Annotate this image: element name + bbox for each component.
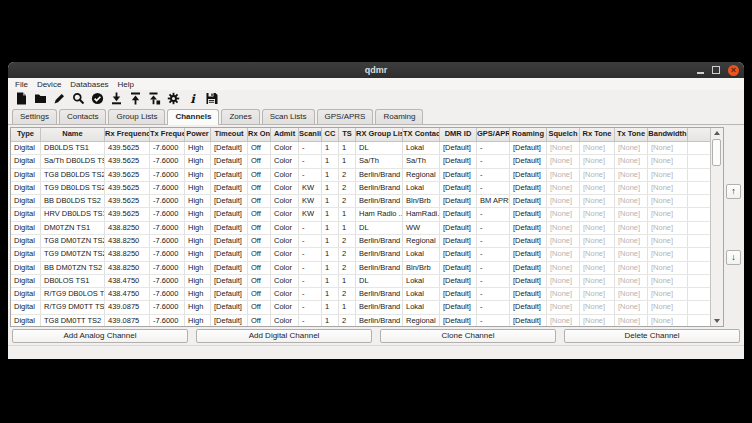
cell-roaming[interactable]: [Default] bbox=[510, 315, 547, 327]
cell-bandwidth[interactable]: [None] bbox=[648, 142, 688, 154]
cell-tx-frequency[interactable]: -7.6000 bbox=[150, 235, 185, 247]
col-header-timeout[interactable]: Timeout bbox=[211, 128, 248, 141]
cell-gps-aprs[interactable]: - bbox=[477, 262, 510, 274]
cell-admit[interactable]: Color bbox=[271, 235, 299, 247]
cell-rx-tone[interactable]: [None] bbox=[580, 288, 615, 300]
cell-rx-only[interactable]: Off bbox=[248, 262, 271, 274]
cell-tx-tone[interactable]: [None] bbox=[615, 262, 648, 274]
cell-gps-aprs[interactable]: - bbox=[477, 182, 510, 194]
cell-squelch[interactable]: [None] bbox=[547, 315, 580, 327]
cell-tx-frequency[interactable]: -7.6000 bbox=[150, 222, 185, 234]
menu-help[interactable]: Help bbox=[118, 80, 140, 89]
cell-timeout[interactable]: [Default] bbox=[211, 262, 248, 274]
cell-roaming[interactable]: [Default] bbox=[510, 288, 547, 300]
cell-rx-group-list[interactable]: Berlin/Brand bbox=[356, 262, 403, 274]
cell-squelch[interactable]: [None] bbox=[547, 142, 580, 154]
cell-rx-group-list[interactable]: Berlin/Brand bbox=[356, 169, 403, 181]
cell-tx-tone[interactable]: [None] bbox=[615, 169, 648, 181]
cell-tx-frequency[interactable]: -7.6000 bbox=[150, 275, 185, 287]
cell-rx-only[interactable]: Off bbox=[248, 315, 271, 327]
cell-tx-frequency[interactable]: -7.6000 bbox=[150, 288, 185, 300]
cell-roaming[interactable]: [Default] bbox=[510, 142, 547, 154]
cell-bandwidth[interactable]: [None] bbox=[648, 301, 688, 313]
cell-bandwidth[interactable]: [None] bbox=[648, 262, 688, 274]
cell-tx-contact[interactable]: Lokal bbox=[403, 301, 440, 313]
cell-bandwidth[interactable]: [None] bbox=[648, 155, 688, 167]
cell-power[interactable]: High bbox=[185, 208, 211, 220]
cell-tx-frequency[interactable]: -7.6000 bbox=[150, 301, 185, 313]
cell-squelch[interactable]: [None] bbox=[547, 222, 580, 234]
cell-admit[interactable]: Color bbox=[271, 182, 299, 194]
tab-contacts[interactable]: Contacts bbox=[59, 109, 107, 124]
cell-name[interactable]: HRV DB0LDS TS1 bbox=[41, 208, 105, 220]
tab-channels[interactable]: Channels bbox=[167, 109, 219, 125]
menu-device[interactable]: Device bbox=[37, 80, 67, 89]
cell-rx-frequency[interactable]: 438.8250 bbox=[105, 235, 150, 247]
cell-power[interactable]: High bbox=[185, 235, 211, 247]
cell-gps-aprs[interactable]: - bbox=[477, 315, 510, 327]
cell-bandwidth[interactable]: [None] bbox=[648, 208, 688, 220]
cell-rx-only[interactable]: Off bbox=[248, 235, 271, 247]
cell-rx-group-list[interactable]: Sa/Th bbox=[356, 155, 403, 167]
cell-type[interactable]: Digital bbox=[11, 142, 41, 154]
edit-icon[interactable] bbox=[52, 92, 66, 106]
cell-rx-frequency[interactable]: 439.5625 bbox=[105, 169, 150, 181]
cell-power[interactable]: High bbox=[185, 142, 211, 154]
cell-dmr-id[interactable]: [Default] bbox=[440, 222, 477, 234]
cell-squelch[interactable]: [None] bbox=[547, 235, 580, 247]
cell-tx-frequency[interactable]: -7.6000 bbox=[150, 248, 185, 260]
cell-name[interactable]: TG9 DB0LDS TS2 bbox=[41, 182, 105, 194]
cell-rx-tone[interactable]: [None] bbox=[580, 142, 615, 154]
cell-dmr-id[interactable]: [Default] bbox=[440, 169, 477, 181]
cell-power[interactable]: High bbox=[185, 275, 211, 287]
cell-dmr-id[interactable]: [Default] bbox=[440, 208, 477, 220]
cell-gps-aprs[interactable]: - bbox=[477, 235, 510, 247]
cell-admit[interactable]: Color bbox=[271, 155, 299, 167]
col-header-scanlist[interactable]: Scanlist bbox=[299, 128, 322, 141]
cell-rx-group-list[interactable]: Berlin/Brand bbox=[356, 195, 403, 207]
cell-squelch[interactable]: [None] bbox=[547, 288, 580, 300]
cell-tx-tone[interactable]: [None] bbox=[615, 288, 648, 300]
cell-tx-contact[interactable]: WW bbox=[403, 222, 440, 234]
cell-rx-group-list[interactable]: Ham Radio ... bbox=[356, 208, 403, 220]
cell-cc[interactable]: 1 bbox=[322, 155, 339, 167]
cell-admit[interactable]: Color bbox=[271, 169, 299, 181]
col-header-squelch[interactable]: Squelch bbox=[547, 128, 580, 141]
table-row[interactable]: DigitalBB DM0TZN TS2438.8250-7.6000High[… bbox=[11, 262, 711, 275]
cell-scanlist[interactable]: - bbox=[299, 248, 322, 260]
cell-gps-aprs[interactable]: - bbox=[477, 169, 510, 181]
cell-dmr-id[interactable]: [Default] bbox=[440, 195, 477, 207]
table-row[interactable]: DigitalR/TG9 DM0TT TS1439.0875-7.6000Hig… bbox=[11, 301, 711, 314]
cell-ts[interactable]: 2 bbox=[339, 288, 356, 300]
col-header-name[interactable]: Name bbox=[41, 128, 105, 141]
cell-admit[interactable]: Color bbox=[271, 195, 299, 207]
about-icon[interactable]: i bbox=[185, 92, 199, 106]
cell-type[interactable]: Digital bbox=[11, 235, 41, 247]
cell-rx-tone[interactable]: [None] bbox=[580, 248, 615, 260]
cell-type[interactable]: Digital bbox=[11, 195, 41, 207]
cell-rx-group-list[interactable]: Berlin/Brand bbox=[356, 248, 403, 260]
cell-gps-aprs[interactable]: - bbox=[477, 288, 510, 300]
cell-cc[interactable]: 1 bbox=[322, 182, 339, 194]
cell-rx-only[interactable]: Off bbox=[248, 208, 271, 220]
cell-rx-frequency[interactable]: 438.4750 bbox=[105, 288, 150, 300]
cell-name[interactable]: TG8 DM0TZN TS2 bbox=[41, 235, 105, 247]
cell-rx-tone[interactable]: [None] bbox=[580, 315, 615, 327]
write-callsign-db-icon[interactable] bbox=[147, 92, 161, 106]
cell-timeout[interactable]: [Default] bbox=[211, 182, 248, 194]
cell-tx-frequency[interactable]: -7.6000 bbox=[150, 155, 185, 167]
cell-rx-frequency[interactable]: 438.8250 bbox=[105, 222, 150, 234]
cell-tx-frequency[interactable]: -7.6000 bbox=[150, 262, 185, 274]
cell-tx-contact[interactable]: Bln/Brb bbox=[403, 195, 440, 207]
cell-cc[interactable]: 1 bbox=[322, 275, 339, 287]
cell-tx-contact[interactable]: Sa/Th bbox=[403, 155, 440, 167]
tab-settings[interactable]: Settings bbox=[12, 109, 57, 124]
table-row[interactable]: DigitalTG8 DB0LDS TS2439.5625-7.6000High… bbox=[11, 169, 711, 182]
cell-power[interactable]: High bbox=[185, 248, 211, 260]
cell-ts[interactable]: 2 bbox=[339, 248, 356, 260]
cell-rx-group-list[interactable]: Berlin/Brand bbox=[356, 235, 403, 247]
cell-rx-tone[interactable]: [None] bbox=[580, 235, 615, 247]
cell-squelch[interactable]: [None] bbox=[547, 262, 580, 274]
cell-type[interactable]: Digital bbox=[11, 275, 41, 287]
cell-tx-contact[interactable]: Lokal bbox=[403, 288, 440, 300]
